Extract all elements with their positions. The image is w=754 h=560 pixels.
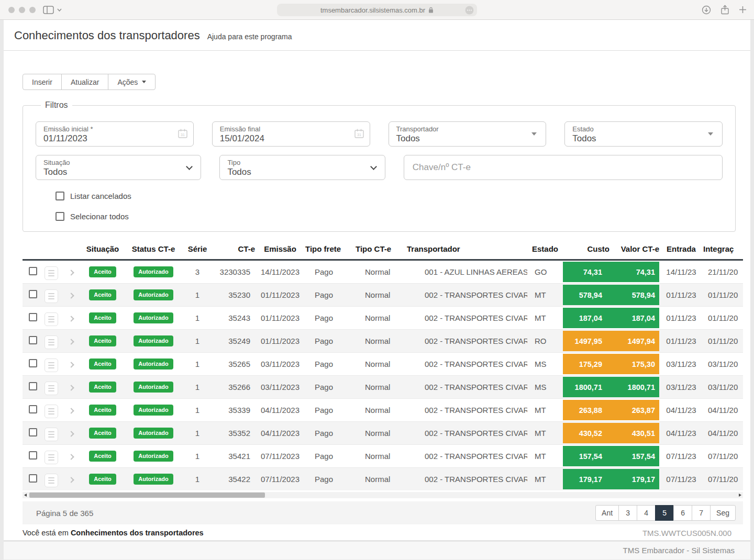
cell-estado: MT <box>527 399 563 422</box>
row-menu-icon[interactable] <box>45 451 58 464</box>
svg-text:31: 31 <box>181 133 185 137</box>
row-checkbox[interactable] <box>29 313 37 321</box>
row-expand-chevron-icon[interactable] <box>68 431 74 436</box>
sidebar-toggle-icon[interactable] <box>43 6 54 14</box>
row-expand-chevron-icon[interactable] <box>68 477 74 483</box>
downloads-icon[interactable] <box>702 5 711 15</box>
table-row: Aceito Autorizado 1 35265 03/11/2023 Pag… <box>23 353 743 376</box>
scroll-right-arrow-icon[interactable] <box>739 494 741 497</box>
cell-cte: 35243 <box>213 307 255 330</box>
transportador-select[interactable]: Transportador Todos <box>389 121 547 147</box>
minimize-window-icon[interactable] <box>19 7 25 13</box>
row-expand-chevron-icon[interactable] <box>68 385 74 390</box>
page-button-ant[interactable]: Ant <box>595 505 619 521</box>
row-menu-icon[interactable] <box>45 474 58 487</box>
row-checkbox[interactable] <box>29 290 37 298</box>
row-expand-chevron-icon[interactable] <box>68 454 74 460</box>
row-menu-icon[interactable] <box>45 428 58 441</box>
url-text: tmsembarcador.silsistemas.com.br <box>320 6 425 14</box>
page-button-seg[interactable]: Seg <box>710 505 736 521</box>
row-expand-chevron-icon[interactable] <box>68 270 74 275</box>
cell-transportador: 002 - TRANSPORTES CIVARDI <box>407 422 527 445</box>
page-title: Conhecimentos dos transportadores <box>14 29 200 42</box>
emissao-inicial-field[interactable]: Emissão inicial * 01/11/2023 31 <box>36 121 194 147</box>
horizontal-scrollbar[interactable] <box>23 492 743 498</box>
close-window-icon[interactable] <box>8 7 15 13</box>
row-checkbox[interactable] <box>29 267 37 275</box>
cell-cte: 35249 <box>213 330 255 353</box>
listar-cancelados-label: Listar cancelados <box>70 192 131 200</box>
address-bar[interactable]: tmsembarcador.silsistemas.com.br <box>277 4 477 16</box>
new-tab-icon[interactable] <box>739 6 747 14</box>
caret-down-icon <box>142 81 146 83</box>
chevron-down-icon[interactable] <box>57 8 62 12</box>
situacao-select[interactable]: Situação Todos <box>36 155 201 180</box>
col-header-transportador: Transportador <box>407 239 527 260</box>
cell-integracao: 01/11/20 <box>703 307 743 330</box>
cell-estado: MT <box>527 284 563 307</box>
cell-serie: 1 <box>182 353 213 376</box>
row-menu-icon[interactable] <box>45 359 58 372</box>
row-checkbox[interactable] <box>29 428 37 436</box>
listar-cancelados-checkbox[interactable] <box>56 192 64 200</box>
row-checkbox[interactable] <box>29 336 37 344</box>
actions-button[interactable]: Ações <box>108 74 156 90</box>
help-link[interactable]: Ajuda para este programa <box>207 32 292 41</box>
page-button-7[interactable]: 7 <box>692 505 711 521</box>
row-expand-chevron-icon[interactable] <box>68 316 74 321</box>
estado-value: Todos <box>572 133 715 144</box>
table-row: Aceito Autorizado 1 35421 07/11/2023 Pag… <box>23 445 743 468</box>
cell-emissao: 03/11/2023 <box>255 353 305 376</box>
cell-transportador: 002 - TRANSPORTES CIVARDI <box>407 468 527 491</box>
row-menu-icon[interactable] <box>45 266 58 280</box>
row-checkbox[interactable] <box>29 451 37 460</box>
row-expand-chevron-icon[interactable] <box>68 339 74 344</box>
window-controls[interactable] <box>8 7 36 13</box>
cell-entrada: 07/11/23 <box>659 468 703 491</box>
tipo-select[interactable]: Tipo Todos <box>219 155 385 180</box>
emissao-final-field[interactable]: Emissão final 15/01/2024 31 <box>212 121 370 147</box>
cell-cte: 35265 <box>213 353 255 376</box>
page-settings-icon[interactable] <box>465 6 474 15</box>
row-checkbox[interactable] <box>29 359 37 367</box>
cell-custo: 175,29 <box>563 354 609 374</box>
share-icon[interactable] <box>720 5 729 15</box>
cell-serie: 1 <box>182 376 213 399</box>
chave-cte-input[interactable] <box>404 155 722 180</box>
page-button-3[interactable]: 3 <box>618 505 637 521</box>
row-checkbox[interactable] <box>29 405 37 413</box>
row-menu-icon[interactable] <box>45 289 58 303</box>
page-button-4[interactable]: 4 <box>637 505 656 521</box>
cell-tipo-frete: Pago <box>305 353 356 376</box>
cell-transportador: 002 - TRANSPORTES CIVARDI <box>407 445 527 468</box>
calendar-icon[interactable]: 31 <box>178 128 188 139</box>
scroll-left-arrow-icon[interactable] <box>24 494 27 497</box>
page-button-6[interactable]: 6 <box>673 505 692 521</box>
page-button-5[interactable]: 5 <box>655 505 674 521</box>
refresh-button[interactable]: Atualizar <box>61 74 108 90</box>
row-menu-icon[interactable] <box>45 382 58 395</box>
cell-integracao: 01/11/20 <box>703 330 743 353</box>
selecionar-todos-checkbox[interactable] <box>56 212 64 221</box>
row-menu-icon[interactable] <box>45 312 58 326</box>
estado-select[interactable]: Estado Todos <box>564 121 723 147</box>
row-menu-icon[interactable] <box>45 405 58 418</box>
row-expand-chevron-icon[interactable] <box>68 408 74 413</box>
row-checkbox[interactable] <box>29 474 37 483</box>
scrollbar-thumb[interactable] <box>29 492 265 498</box>
situacao-badge: Aceito <box>89 451 116 462</box>
cell-emissao: 04/11/2023 <box>255 399 305 422</box>
cell-estado: MT <box>527 468 563 491</box>
row-expand-chevron-icon[interactable] <box>68 293 74 298</box>
status-cte-badge: Autorizado <box>134 335 173 346</box>
maximize-window-icon[interactable] <box>29 7 36 13</box>
dropdown-triangle-icon <box>531 132 537 136</box>
insert-button[interactable]: Inserir <box>23 74 62 90</box>
cell-integracao: 04/11/20 <box>703 422 743 445</box>
situacao-badge: Aceito <box>89 266 116 277</box>
calendar-icon[interactable]: 31 <box>354 128 364 139</box>
row-checkbox[interactable] <box>29 382 37 390</box>
cell-custo: 1497,95 <box>563 331 609 351</box>
row-menu-icon[interactable] <box>45 335 58 349</box>
row-expand-chevron-icon[interactable] <box>68 362 74 367</box>
